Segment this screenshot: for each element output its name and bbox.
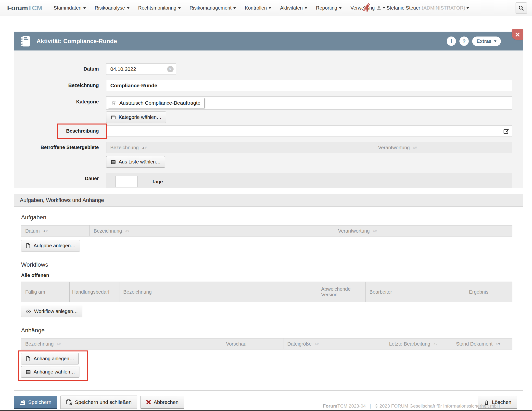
form-row-dauer: Dauer Tage	[14, 173, 512, 188]
workflows-table-header: Fällig am Handlungsbedarf Bezeichnung Ab…	[21, 282, 512, 302]
close-icon	[515, 32, 520, 37]
kategorie-chip[interactable]: Austausch Compliance-Beauftragte	[108, 98, 204, 108]
nav-item-stammdaten[interactable]: Stammdaten	[54, 5, 86, 11]
footer-text: ForumTCM 2023-04 | © 2023 FORUM Gesellsc…	[323, 403, 500, 409]
chevron-down-icon	[305, 7, 307, 10]
column-header-ergebnis[interactable]: Ergebnis	[465, 282, 512, 302]
workflow-anlegen-button[interactable]: Workflow anlegen…	[21, 306, 82, 317]
aus-liste-waehlen-button[interactable]: Aus Liste wählen…	[106, 156, 165, 168]
column-header-dateigroesse[interactable]: Dateigröße	[283, 338, 385, 349]
column-header-verantwortung[interactable]: Verantwortung	[334, 225, 512, 237]
logo-part-forum: Forum	[7, 4, 28, 12]
kategorie-label: Kategorie	[14, 96, 99, 105]
column-header-bezeichnung[interactable]: Bezeichnung	[21, 338, 222, 349]
chevron-down-icon	[383, 7, 385, 10]
sort-icon	[413, 146, 417, 149]
workflows-heading: Workflows	[21, 261, 512, 268]
top-navigation: ForumTCM Stammdaten Risikoanalyse Rechts…	[0, 0, 532, 16]
chevron-down-icon	[83, 7, 86, 10]
app-logo[interactable]: ForumTCM	[7, 4, 42, 12]
page-title: Aktivität: Compliance-Runde	[37, 38, 117, 45]
column-header-vorschau[interactable]: Vorschau	[222, 338, 283, 349]
extras-button[interactable]: Extras	[472, 37, 501, 46]
chevron-down-icon	[233, 7, 236, 10]
kategorie-waehlen-button[interactable]: Kategorie wählen…	[106, 112, 166, 123]
user-name: Stefanie Steuer	[386, 5, 420, 11]
bezeichnung-label: Bezeichnung	[14, 80, 99, 88]
close-button[interactable]	[512, 29, 523, 40]
document-icon	[25, 356, 31, 361]
column-header-verantwortung[interactable]: Verantwortung	[374, 142, 512, 153]
datum-input[interactable]	[106, 63, 176, 75]
app-window: ForumTCM Stammdaten Risikoanalyse Rechts…	[0, 0, 532, 411]
column-header-bezeichnung[interactable]: Bezeichnung	[119, 282, 317, 302]
nav-item-rechtsmonitoring[interactable]: Rechtsmonitoring	[138, 5, 181, 11]
anhaenge-waehlen-button[interactable]: Anhänge wählen…	[21, 366, 79, 378]
sort-icon	[43, 229, 48, 233]
sort-icon	[142, 146, 147, 149]
sort-icon	[495, 342, 500, 346]
nav-item-risikomanagement[interactable]: Risikomanagement	[190, 5, 236, 11]
list-icon	[111, 115, 116, 120]
column-header-faellig-am[interactable]: Fällig am	[21, 282, 70, 302]
trash-icon	[111, 100, 116, 106]
aufgaben-heading: Aufgaben	[21, 214, 512, 221]
chevron-down-icon	[494, 40, 496, 43]
sort-icon	[373, 229, 377, 233]
beschreibung-label: Beschreibung	[14, 125, 99, 134]
activity-form: Datum × Bezeichnung Kategorie	[14, 50, 523, 188]
sort-icon	[57, 342, 61, 346]
chevron-down-icon	[339, 7, 342, 10]
datum-label: Datum	[14, 63, 99, 72]
chevron-down-icon	[269, 7, 271, 10]
help-button[interactable]: ?	[459, 37, 469, 46]
anhaenge-heading: Anhänge	[21, 327, 512, 334]
dauer-label: Dauer	[14, 173, 99, 181]
logo-part-tcm: TCM	[28, 4, 42, 12]
user-role: (ADMINISTRATOR)	[422, 5, 465, 11]
form-row-beschreibung: Beschreibung	[14, 125, 512, 137]
nav-item-reporting[interactable]: Reporting	[316, 5, 342, 11]
form-row-datum: Datum ×	[14, 63, 512, 75]
chevron-down-icon	[467, 7, 469, 10]
column-header-stand-dokument[interactable]: Stand Dokument	[452, 338, 512, 349]
cancel-x-icon	[146, 400, 151, 405]
search-button[interactable]	[516, 2, 527, 14]
nav-item-kontrollen[interactable]: Kontrollen	[245, 5, 271, 11]
form-row-kategorie: Kategorie Austausch Compliance-Beauftrag…	[14, 96, 512, 123]
beschreibung-field[interactable]	[106, 125, 512, 137]
nav-item-aktivitaeten[interactable]: Aktivitäten	[280, 5, 307, 11]
column-header-abweichende-version[interactable]: Abweichende Version	[317, 282, 366, 302]
user-menu[interactable]: Stefanie Steuer (ADMINISTRATOR)	[376, 5, 469, 11]
bezeichnung-input[interactable]	[106, 80, 512, 91]
column-header-bezeichnung[interactable]: Bezeichnung	[90, 225, 334, 237]
attachment-buttons-group: Anhang anlegen… Anhänge wählen…	[21, 353, 79, 378]
kategorie-field: Austausch Compliance-Beauftragte	[106, 96, 512, 110]
save-button[interactable]: Speichern	[14, 396, 57, 409]
list-icon	[111, 159, 116, 165]
tasks-workflows-attachments-section: Aufgaben, Workflows und Anhänge Aufgaben…	[14, 194, 523, 391]
clear-date-icon[interactable]: ×	[167, 66, 174, 72]
workflows-subheading: Alle offenen	[21, 273, 512, 278]
person-icon	[376, 5, 381, 11]
column-header-handlungsbedarf[interactable]: Handlungsbedarf	[70, 282, 119, 302]
column-header-bezeichnung[interactable]: Bezeichnung	[106, 142, 374, 153]
steuergebiete-table-header: Bezeichnung Verantwortung	[106, 142, 512, 153]
nav-item-risikoanalyse[interactable]: Risikoanalyse	[95, 5, 129, 11]
dauer-field-strip: Tage	[106, 173, 512, 188]
search-icon	[518, 5, 524, 11]
column-header-datum[interactable]: Datum	[21, 225, 90, 237]
edit-icon[interactable]	[503, 128, 509, 134]
aufgabe-anlegen-button[interactable]: Aufgabe anlegen…	[21, 240, 80, 251]
column-header-bearbeiter[interactable]: Bearbeiter	[366, 282, 465, 302]
anhang-anlegen-button[interactable]: Anhang anlegen…	[21, 353, 79, 364]
activity-panel-header: Aktivität: Compliance-Runde i ? Extras	[14, 32, 523, 50]
column-header-letzte-bearbeitung[interactable]: Letzte Bearbeitung	[385, 338, 452, 349]
dauer-input[interactable]	[115, 176, 138, 187]
save-and-close-button[interactable]: Speichern und schließen	[60, 396, 137, 409]
document-icon	[25, 243, 31, 249]
cancel-button[interactable]: Abbrechen	[140, 396, 184, 409]
info-button[interactable]: i	[447, 37, 456, 46]
nav-item-verwaltung[interactable]: Verwaltung	[350, 5, 375, 11]
save-icon	[19, 399, 25, 405]
